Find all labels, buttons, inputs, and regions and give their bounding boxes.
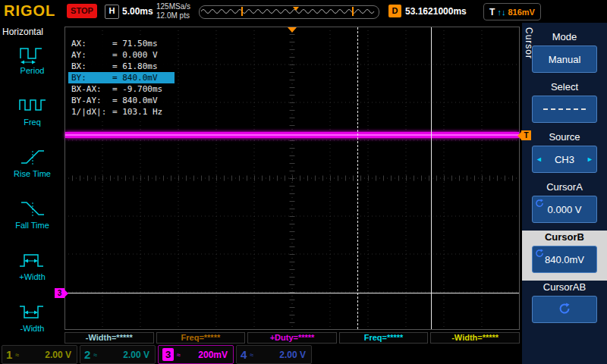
- cursor-info-row: AX:= 71.50ms: [68, 38, 175, 49]
- top-bar: RIGOL STOP H 5.00ms 125MSa/s 12.0M pts D…: [0, 0, 607, 23]
- left-menu-item-label: +Width: [19, 272, 46, 281]
- ch3-trace: [65, 132, 519, 138]
- rotate-knob-icon: [558, 303, 571, 317]
- period-icon: [18, 42, 47, 66]
- channel-scale: 2.00 V: [45, 350, 71, 360]
- cursor-info-row: BX:= 61.80ms: [68, 61, 175, 72]
- measurement-bar: -Width=***** Freq=***** +Duty=***** Freq…: [64, 332, 520, 344]
- cursor-info-row: 1/|dX|:= 103.1 Hz: [68, 106, 175, 118]
- graticule-area: AX:= 71.50ms AY:= 0.000 V BX:= 61.80ms B…: [64, 27, 520, 330]
- left-menu-item-fall-time[interactable]: Fall Time: [0, 194, 64, 246]
- rigol-logo: RIGOL: [4, 2, 55, 20]
- freq-icon: [18, 93, 47, 118]
- left-menu-item-label: Period: [20, 66, 45, 75]
- delay-label: D: [388, 5, 401, 17]
- timebase-value[interactable]: 5.00ms: [122, 6, 153, 17]
- sample-rate: 125MSa/s: [156, 2, 190, 11]
- ch3-ground-marker: 3: [55, 288, 64, 298]
- cursor-info-row: BX-AX:= -9.700ms: [68, 83, 175, 95]
- right-menu: Cursor Mode Manual Select Source ◄ CH3: [522, 23, 607, 364]
- measurement-item: Freq=*****: [156, 332, 246, 344]
- right-menu-items: Mode Manual Select Source ◄ CH3 ►: [522, 30, 607, 331]
- channel-4-status[interactable]: 4 ≈ 2.00 V: [236, 345, 312, 364]
- left-menu-item-neg-width[interactable]: -Width: [0, 297, 64, 349]
- rotate-knob-icon: [535, 249, 544, 260]
- menu-item-mode: Mode Manual: [522, 30, 607, 80]
- right-menu-title: Cursor: [524, 27, 534, 59]
- select-button[interactable]: [532, 96, 597, 123]
- channel-number: 3: [162, 348, 174, 361]
- run-state-badge[interactable]: STOP: [67, 4, 97, 18]
- menu-item-label: Mode: [552, 30, 577, 44]
- cursor-info-row: AY:= 0.000 V: [68, 49, 175, 61]
- source-next-icon: ►: [587, 155, 593, 163]
- delay-value[interactable]: 53.1621000ms: [405, 6, 467, 17]
- cursor-info-row-selected: BY:= 840.0mV: [68, 72, 175, 83]
- channel-3-status[interactable]: 3 ≈ 200mV: [158, 345, 234, 364]
- measurement-item: Freq=*****: [339, 332, 429, 344]
- fall-time-icon: [18, 196, 47, 221]
- left-menu-item-freq[interactable]: Freq: [0, 91, 64, 143]
- coupling-icon: ≈: [177, 351, 181, 359]
- trigger-slope-icon: ↑↓: [497, 8, 505, 17]
- cursor-bx-line[interactable]: [357, 27, 358, 329]
- trigger-level-marker: T: [521, 130, 531, 140]
- horizontal-label: H: [105, 5, 119, 19]
- left-menu-title: Horizontal: [0, 23, 64, 39]
- channel-number: 2: [84, 348, 90, 361]
- channel-1-status[interactable]: 1 ≈ 2.00 V: [2, 345, 77, 364]
- positive-width-icon: [18, 248, 47, 272]
- left-menu-item-label: Freq: [24, 118, 41, 127]
- dashed-line-icon: [543, 108, 586, 110]
- trigger-level-value: 816mV: [508, 8, 534, 17]
- channel-number: 1: [6, 348, 12, 361]
- menu-item-select: Select: [522, 80, 607, 130]
- menu-item-label: Select: [551, 80, 578, 94]
- rise-time-icon: [18, 145, 47, 169]
- mode-button[interactable]: Manual: [532, 46, 597, 73]
- left-menu-item-label: -Width: [20, 324, 45, 333]
- cursor-ab-button[interactable]: [532, 296, 597, 323]
- left-menu-item-period[interactable]: Period: [0, 39, 64, 91]
- left-menu-item-label: Rise Time: [14, 169, 51, 178]
- left-menu-item-label: Fall Time: [15, 221, 49, 230]
- channel-2-status[interactable]: 2 ≈ 2.00 V: [80, 345, 156, 364]
- menu-item-cursor-ab: CursorAB: [522, 281, 607, 331]
- source-button[interactable]: ◄ CH3 ►: [532, 146, 597, 173]
- trigger-label: T: [489, 7, 495, 17]
- channel-scale: 2.00 V: [279, 350, 306, 360]
- measurement-item: -Width=*****: [430, 332, 520, 344]
- coupling-icon: ≈: [15, 351, 19, 359]
- channel-scale: 2.00 V: [123, 350, 149, 360]
- menu-item-source: Source ◄ CH3 ►: [522, 130, 607, 180]
- menu-item-label: CursorB: [545, 231, 584, 244]
- cursor-ay-line[interactable]: [65, 293, 519, 293]
- source-prev-icon: ◄: [536, 155, 543, 163]
- cursor-info-box: AX:= 71.50ms AY:= 0.000 V BX:= 61.80ms B…: [68, 36, 175, 119]
- preview-waveform-icon: [200, 6, 377, 17]
- channel-status-bar: 1 ≈ 2.00 V 2 ≈ 2.00 V 3 ≈ 200mV 4 ≈ 2.00…: [2, 345, 312, 362]
- cursor-info-row: BY-AY:= 840.0mV: [68, 95, 175, 106]
- waveform-preview: [199, 5, 379, 19]
- cursor-a-button[interactable]: 0.000 V: [532, 196, 597, 223]
- cursor-b-button[interactable]: 840.0mV: [532, 246, 597, 273]
- memory-depth: 12.0M pts: [156, 11, 190, 20]
- menu-item-label: CursorA: [546, 180, 583, 194]
- trigger-position-icon: [288, 27, 297, 33]
- channel-scale: 200mV: [198, 350, 228, 360]
- negative-width-icon: [18, 300, 47, 324]
- trigger-status[interactable]: T ↑↓ 816mV: [483, 3, 541, 20]
- menu-item-cursor-b-selected: CursorB 840.0mV: [522, 231, 607, 281]
- coupling-icon: ≈: [250, 351, 253, 359]
- rotate-knob-icon: [535, 199, 544, 210]
- channel-number: 4: [241, 348, 247, 361]
- menu-item-label: Source: [549, 130, 580, 144]
- oscilloscope-screen: RIGOL STOP H 5.00ms 125MSa/s 12.0M pts D…: [0, 0, 607, 364]
- coupling-icon: ≈: [93, 351, 97, 359]
- measurement-item: -Width=*****: [64, 332, 154, 344]
- measurement-item: +Duty=*****: [247, 332, 337, 344]
- menu-item-cursor-a: CursorA 0.000 V: [522, 180, 607, 231]
- cursor-ax-line[interactable]: [431, 27, 432, 329]
- left-menu-item-rise-time[interactable]: Rise Time: [0, 143, 64, 194]
- menu-item-label: CursorAB: [543, 281, 586, 294]
